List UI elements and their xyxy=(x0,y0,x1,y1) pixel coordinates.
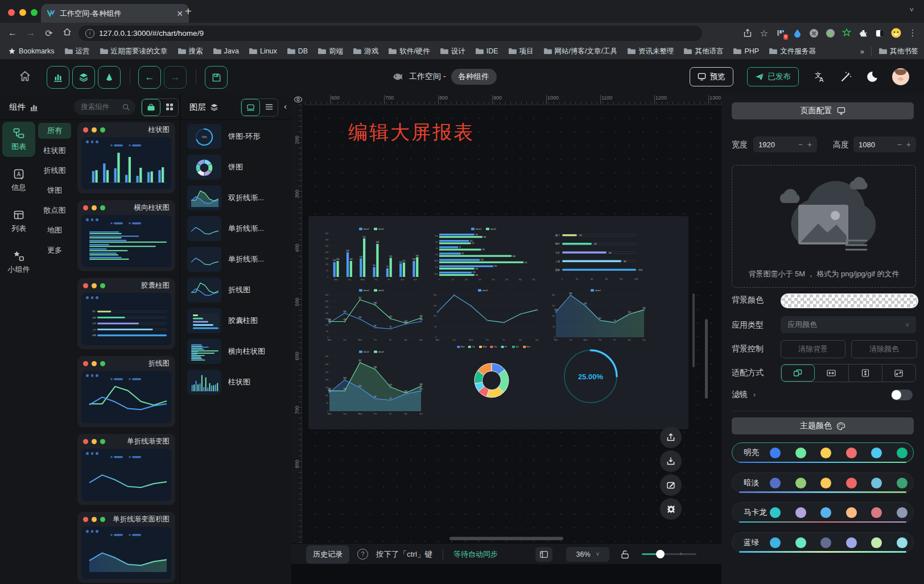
theme-color-dot[interactable] xyxy=(820,478,831,488)
site-info-icon[interactable]: i xyxy=(85,29,94,38)
theme-color-dot[interactable] xyxy=(846,478,857,488)
dark-mode-moon-icon[interactable] xyxy=(866,71,878,83)
sidebar-tab-图表[interactable]: 图表 xyxy=(2,122,35,157)
profile-avatar-icon[interactable] xyxy=(890,27,902,39)
canvas-chart-line[interactable]: data1050100150200MonTueWedThuFriSatSun xyxy=(428,287,542,343)
tab-list-chevron-icon[interactable]: ˅ xyxy=(909,6,914,14)
theme-color-dot[interactable] xyxy=(820,507,831,518)
redo-button[interactable]: → xyxy=(164,66,187,89)
clear-color-button[interactable]: 清除颜色 xyxy=(851,340,917,358)
save-button[interactable] xyxy=(205,66,228,89)
layer-item-饼图-环形[interactable]: 70%饼图-环形 xyxy=(180,124,291,151)
extension-green-dot-icon[interactable] xyxy=(824,27,836,39)
canvas-horizontal-scrollbar[interactable] xyxy=(449,537,563,540)
component-card-柱状图[interactable]: 柱状图 xyxy=(77,122,175,193)
theme-color-dot[interactable] xyxy=(897,478,908,488)
fit-scale-button[interactable] xyxy=(781,365,815,382)
theme-color-dot[interactable] xyxy=(871,448,882,458)
theme-color-dot[interactable] xyxy=(770,478,781,488)
width-plus-icon[interactable]: + xyxy=(807,140,812,149)
extension-blocker-icon[interactable]: 9 xyxy=(775,27,786,39)
sidebar-tab-列表[interactable]: 列表 xyxy=(2,204,35,239)
export-button[interactable] xyxy=(660,426,682,448)
category-柱状图[interactable]: 柱状图 xyxy=(38,143,71,159)
sidebar-tab-信息[interactable]: A信息 xyxy=(2,163,35,198)
theme-row-蓝绿[interactable]: 蓝绿 xyxy=(732,532,914,553)
theme-color-dot[interactable] xyxy=(795,478,806,488)
zoom-slider[interactable] xyxy=(642,553,696,555)
filter-section[interactable]: 滤镜› xyxy=(732,390,756,400)
canvas-chart-pie[interactable]: MonTueWedThuFriSatSun xyxy=(452,342,531,411)
component-box-view-button[interactable] xyxy=(142,99,160,116)
zoom-level-select[interactable]: 36%˅ xyxy=(566,547,609,562)
bookmark-folder[interactable]: 近期需要读的文章 xyxy=(100,47,168,56)
sidebar-tab-小组件[interactable]: 小组件 xyxy=(2,245,35,280)
canvas-vertical-scrollbar[interactable] xyxy=(692,293,695,367)
window-zoom-button[interactable] xyxy=(31,9,38,16)
browser-menu-icon[interactable]: ⋮ xyxy=(907,27,918,39)
zoom-slider-knob[interactable] xyxy=(656,550,665,558)
download-button[interactable] xyxy=(660,450,682,472)
canvas-text-title[interactable]: 编辑大屏报表 xyxy=(348,119,475,146)
new-tab-button[interactable]: + xyxy=(185,5,192,18)
canvas-chart-area[interactable]: data10501001502001202001508070110130MonT… xyxy=(546,287,649,343)
user-avatar[interactable] xyxy=(892,68,909,85)
bookmark-folder[interactable]: 运营 xyxy=(64,47,90,56)
layer-item-单折线渐[interactable]: 单折线渐... xyxy=(180,216,291,243)
layer-item-柱状图[interactable]: 柱状图 xyxy=(180,370,291,397)
theme-color-dot[interactable] xyxy=(770,537,781,548)
theme-color-dot[interactable] xyxy=(770,448,781,458)
component-card-胶囊柱图[interactable]: 胶囊柱图厦门南阳北京上海新疆 xyxy=(77,278,175,349)
bookmark-folder[interactable]: 前端 xyxy=(317,47,343,56)
height-minus-icon[interactable]: − xyxy=(897,140,902,149)
bookmark-folder[interactable]: 网站/博客/文章/工具 xyxy=(543,47,617,56)
bookmark-folder[interactable]: DB xyxy=(287,47,308,55)
theme-row-暗淡[interactable]: 暗淡 xyxy=(732,473,914,493)
bookmark-folder[interactable]: Linux xyxy=(249,47,277,55)
bookmark-folder[interactable]: 项目 xyxy=(508,47,534,56)
canvas-chart-bar-capsule[interactable]: 厦门20南阳40北京60上海80新疆100020406080100 xyxy=(547,225,649,283)
category-折线图[interactable]: 折线图 xyxy=(38,163,71,179)
canvas-chart-gauge-progress[interactable]: 25.00% xyxy=(559,343,622,407)
width-minus-icon[interactable]: − xyxy=(798,140,803,149)
category-饼图[interactable]: 饼图 xyxy=(38,183,71,198)
layers-panel-toggle-button[interactable] xyxy=(72,66,95,89)
theme-color-dot[interactable] xyxy=(897,448,908,458)
height-plus-icon[interactable]: + xyxy=(906,140,911,149)
language-switch-icon[interactable]: 文A xyxy=(812,71,826,83)
extension-drop-icon[interactable] xyxy=(791,27,803,39)
component-grid-view-button[interactable] xyxy=(160,99,178,115)
theme-color-dot[interactable] xyxy=(795,507,806,518)
lock-icon[interactable] xyxy=(621,550,629,559)
category-地图[interactable]: 地图 xyxy=(38,222,71,238)
component-card-折线图[interactable]: 折线图 xyxy=(77,356,175,427)
dashboard-board[interactable]: data1data2050100150200250300350120130Mon… xyxy=(308,216,688,429)
layer-item-折线图[interactable]: 折线图 xyxy=(180,277,291,305)
theme-color-dot[interactable] xyxy=(795,537,806,548)
browser-tab[interactable]: 工作空间-各种组件 ✕ xyxy=(41,4,189,23)
layout-panel-button[interactable] xyxy=(535,547,552,562)
bookmark-folder[interactable]: IDE xyxy=(475,47,498,55)
window-minimize-button[interactable] xyxy=(19,9,26,16)
settings-gear-button[interactable] xyxy=(660,498,682,520)
bookmark-folder[interactable]: Java xyxy=(213,47,239,55)
fit-stretch-button[interactable] xyxy=(882,365,915,382)
canvas-chart-line[interactable]: data1data2050100150200250300350130130312… xyxy=(320,287,426,343)
bookmark-folder[interactable]: 搜索 xyxy=(178,47,203,56)
bookmark-folder[interactable]: 游戏 xyxy=(353,47,378,56)
edit-button[interactable] xyxy=(660,474,682,496)
component-card-横向柱状图[interactable]: 横向柱状图 xyxy=(77,200,175,271)
extensions-puzzle-icon[interactable] xyxy=(857,27,869,39)
tab-close-icon[interactable]: ✕ xyxy=(176,9,183,18)
forward-icon[interactable]: → xyxy=(22,28,40,38)
filter-toggle[interactable] xyxy=(891,390,913,400)
extension-star-icon[interactable] xyxy=(841,27,852,39)
theme-color-dot[interactable] xyxy=(820,448,831,458)
background-upload-dropzone[interactable]: 背景图需小于 5M ， 格式为 png/jpg/gif 的文件 xyxy=(732,165,916,288)
component-search[interactable] xyxy=(74,99,135,115)
theme-color-dot[interactable] xyxy=(897,507,908,518)
other-bookmarks[interactable]: 其他书签 xyxy=(878,47,918,56)
eye-icon[interactable] xyxy=(294,95,303,104)
layer-item-双折线渐[interactable]: 双折线渐... xyxy=(180,185,291,213)
background-color-swatch[interactable] xyxy=(781,293,918,308)
